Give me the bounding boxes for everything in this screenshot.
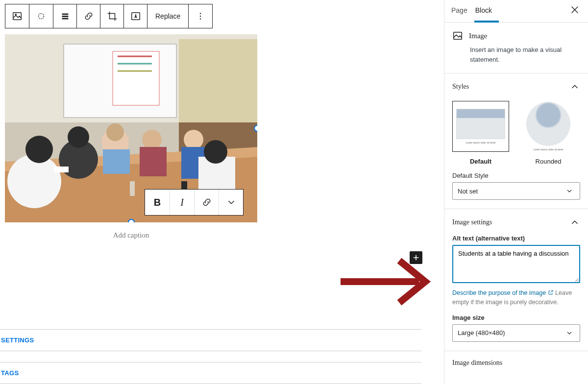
external-link-icon — [548, 289, 554, 295]
align-bars-icon — [60, 11, 71, 22]
svg-point-33 — [204, 140, 227, 164]
chevron-down-icon — [226, 197, 237, 208]
resize-handle-bottom[interactable] — [128, 219, 135, 222]
italic-button[interactable]: I — [170, 190, 194, 215]
svg-point-7 — [200, 13, 201, 14]
svg-rect-5 — [62, 18, 68, 20]
block-type-image-button[interactable] — [5, 4, 29, 28]
svg-point-24 — [68, 126, 89, 148]
close-sidebar-button[interactable] — [567, 2, 582, 20]
svg-rect-17 — [179, 39, 257, 122]
tab-block[interactable]: Block — [474, 0, 499, 23]
image-icon — [452, 30, 463, 41]
block-card-desc: Insert an image to make a visual stateme… — [470, 45, 580, 64]
chevron-down-icon — [565, 187, 573, 195]
svg-rect-35 — [130, 181, 135, 196]
settings-sidebar: Page Block Image Insert an image to make… — [444, 0, 588, 384]
style-option-rounded[interactable]: Lorem ipsum dolor sit amet Rounded — [520, 101, 577, 165]
chevron-up-icon — [569, 217, 580, 228]
default-style-select[interactable]: Not set — [452, 182, 580, 200]
svg-point-9 — [200, 18, 201, 19]
caption-more-button[interactable] — [219, 190, 243, 215]
replace-button[interactable]: Replace — [147, 4, 188, 28]
crop-icon — [107, 11, 118, 22]
chevron-down-icon — [565, 329, 573, 337]
svg-rect-4 — [62, 16, 68, 17]
image-settings-toggle[interactable]: Image settings — [452, 217, 580, 228]
close-icon — [569, 4, 580, 15]
caption-link-button[interactable] — [194, 190, 219, 215]
chevron-up-icon — [569, 81, 580, 92]
svg-point-21 — [7, 154, 61, 208]
svg-point-30 — [184, 130, 203, 149]
svg-point-2 — [39, 14, 44, 19]
settings-panel-header[interactable]: SETTINGS — [0, 329, 421, 351]
style-option-default[interactable]: Lorem ipsum dolor sit amet Default — [452, 101, 509, 165]
svg-point-28 — [142, 130, 162, 149]
alt-text-help: Describe the purpose of the image Leave … — [452, 288, 580, 307]
link-icon — [201, 197, 212, 208]
tab-page[interactable]: Page — [450, 0, 474, 23]
svg-rect-13 — [113, 51, 159, 105]
tags-panel-header[interactable]: TAGS — [0, 362, 421, 384]
crop-button[interactable] — [100, 4, 123, 28]
align-button[interactable] — [29, 4, 53, 28]
svg-rect-3 — [62, 14, 68, 15]
alt-text-label: Alt text (alternative text) — [452, 235, 580, 242]
default-style-label: Default Style — [452, 172, 580, 179]
text-overlay-icon — [130, 11, 141, 22]
svg-rect-29 — [140, 147, 167, 176]
plus-icon — [412, 254, 420, 262]
block-toolbar: Replace — [5, 4, 213, 28]
link-button[interactable] — [76, 4, 100, 28]
alt-text-help-link[interactable]: Describe the purpose of the image — [452, 289, 554, 296]
svg-rect-26 — [103, 149, 130, 174]
image-dimensions-label: Image dimensions — [444, 351, 588, 367]
image-size-select[interactable]: Large (480×480) — [452, 324, 580, 342]
text-overlay-button[interactable] — [123, 4, 147, 28]
align-dots-icon — [36, 11, 47, 22]
block-card-title: Image — [469, 32, 487, 40]
more-options-button[interactable] — [189, 4, 212, 28]
bottom-meta-panels: SETTINGS TAGS — [0, 317, 421, 384]
styles-panel-toggle[interactable]: Styles — [452, 81, 580, 92]
caption-toolbar: B I — [145, 189, 244, 216]
svg-point-22 — [25, 136, 53, 163]
styles-panel: Styles Lorem ipsum dolor sit amet Defaul… — [444, 73, 588, 209]
annotation-arrow — [338, 255, 439, 309]
svg-point-8 — [200, 16, 201, 17]
block-card: Image Insert an image to make a visual s… — [444, 23, 588, 73]
add-block-button[interactable] — [410, 251, 422, 264]
image-icon — [12, 11, 23, 22]
caption-placeholder[interactable]: Add caption — [113, 231, 149, 239]
svg-point-1 — [15, 14, 16, 15]
svg-point-27 — [106, 123, 124, 141]
bold-button[interactable]: B — [145, 190, 170, 215]
svg-rect-36 — [54, 167, 69, 172]
image-settings-panel: Image settings Alt text (alternative tex… — [444, 209, 588, 351]
resize-handle-right[interactable] — [254, 125, 257, 132]
image-size-label: Image size — [452, 314, 580, 321]
alt-text-input[interactable] — [452, 245, 580, 283]
align-bars-button[interactable] — [53, 4, 76, 28]
more-vertical-icon — [195, 11, 206, 22]
link-icon — [83, 11, 94, 22]
